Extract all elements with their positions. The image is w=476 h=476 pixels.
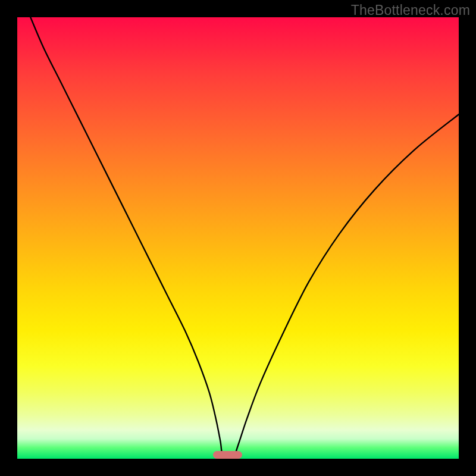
optimal-range-marker [213,451,242,459]
watermark-text: TheBottleneck.com [351,2,470,18]
chart-frame: TheBottleneck.com [0,0,476,476]
bottleneck-curve [17,17,459,459]
plot-area [17,17,459,459]
